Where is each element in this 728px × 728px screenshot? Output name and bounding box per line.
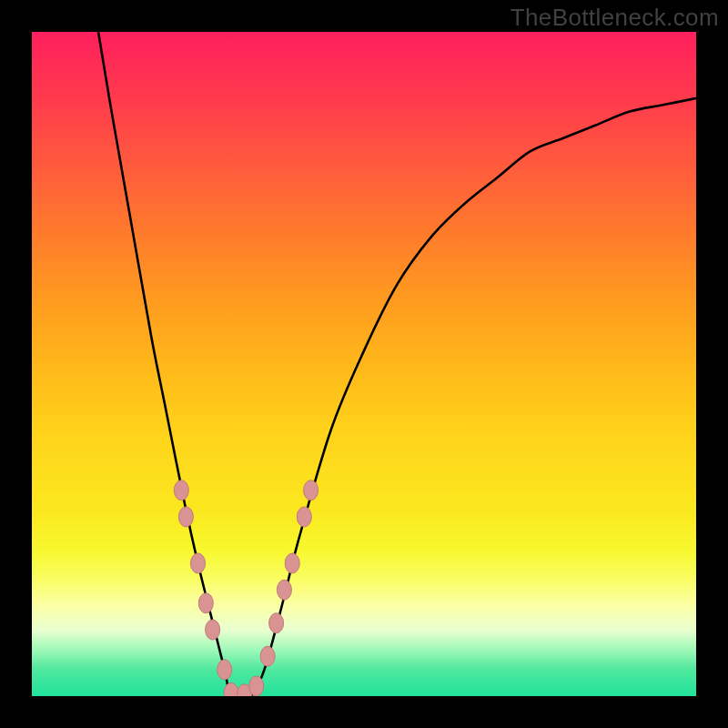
data-marker	[249, 676, 264, 696]
bottleneck-curve	[32, 32, 696, 696]
data-marker	[178, 507, 193, 527]
data-marker	[174, 480, 188, 500]
data-marker	[277, 580, 291, 600]
data-marker	[297, 507, 311, 527]
data-marker	[224, 682, 238, 696]
data-marker	[260, 646, 275, 666]
data-marker	[206, 620, 220, 640]
data-marker	[304, 480, 318, 500]
data-marker	[285, 553, 299, 573]
curve-path	[98, 32, 696, 696]
data-marker	[269, 613, 284, 633]
plot-area	[32, 32, 696, 696]
chart-canvas: TheBottleneck.com	[0, 0, 728, 728]
data-marker	[217, 660, 232, 680]
watermark-label: TheBottleneck.com	[511, 4, 719, 32]
data-marker	[198, 593, 213, 613]
data-marker	[191, 553, 206, 573]
data-markers	[174, 480, 318, 696]
